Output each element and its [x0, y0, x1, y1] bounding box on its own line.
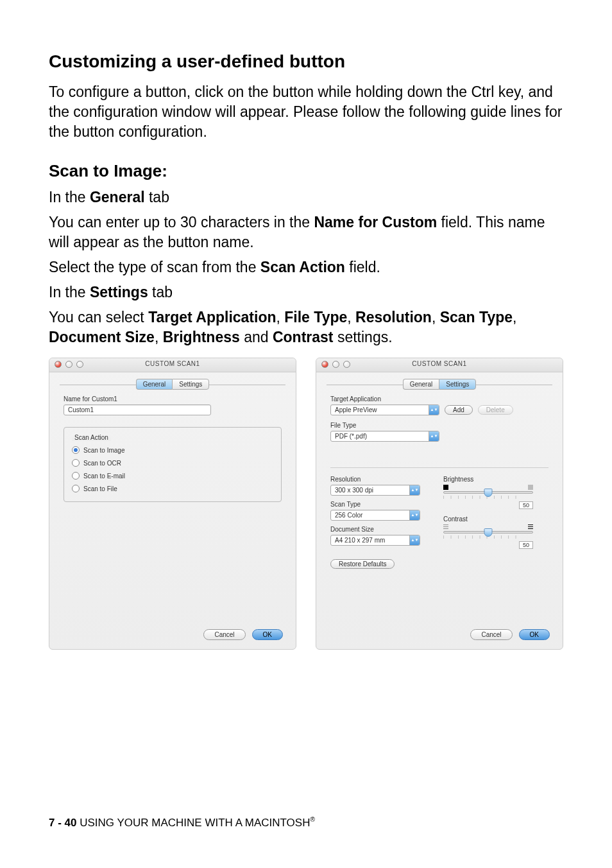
select-value: 300 x 300 dpi [331, 485, 409, 495]
tabs: GeneralSettings [49, 379, 296, 390]
slider-thumb[interactable] [484, 528, 493, 537]
tab-settings[interactable]: Settings [439, 379, 476, 390]
contrast-slider[interactable] [443, 531, 533, 534]
file-type-label: File Type [330, 422, 548, 429]
radio-icon [72, 459, 80, 467]
select-value: A4 210 x 297 mm [331, 535, 409, 545]
titlebar: CUSTOM SCAN1 [316, 358, 563, 372]
heading-scan-to-image: Scan to Image: [49, 161, 563, 181]
chevron-updown-icon: ▲▼ [409, 535, 420, 545]
chevron-updown-icon: ▲▼ [409, 485, 420, 495]
radio-icon [72, 485, 80, 492]
restore-defaults-button[interactable]: Restore Defaults [330, 559, 395, 569]
scan-type-label: Scan Type [330, 501, 436, 508]
line-select-options: You can select Target Application, File … [49, 308, 563, 347]
tab-general[interactable]: General [136, 379, 173, 390]
contrast-value[interactable]: 50 [519, 541, 533, 549]
radio-icon [72, 472, 80, 480]
brightness-label: Brightness [443, 476, 548, 483]
resolution-select[interactable]: 300 x 300 dpi ▲▼ [330, 485, 420, 496]
scan-action-title: Scan Action [72, 434, 111, 441]
target-app-label: Target Application [330, 395, 548, 403]
low-contrast-icon [443, 525, 448, 530]
radio-label: Scan to Image [83, 447, 124, 454]
chevron-updown-icon: ▲▼ [409, 510, 420, 520]
page-footer: 7 - 40 USING YOUR MACHINE WITH A MACINTO… [49, 816, 315, 829]
add-button[interactable]: Add [445, 405, 473, 415]
radio-label: Scan to File [83, 485, 117, 492]
select-value: 256 Color [331, 510, 409, 520]
radio-label: Scan to OCR [83, 460, 121, 467]
close-icon[interactable] [321, 361, 328, 368]
minimize-icon[interactable] [65, 361, 72, 368]
dark-icon [443, 485, 448, 490]
document-size-select[interactable]: A4 210 x 297 mm ▲▼ [330, 535, 420, 546]
ok-button[interactable]: OK [252, 629, 283, 640]
close-icon[interactable] [55, 361, 62, 368]
window-general: CUSTOM SCAN1 GeneralSettings Name for Cu… [49, 358, 296, 650]
contrast-label: Contrast [443, 516, 548, 523]
select-value: PDF (*.pdf) [331, 431, 429, 441]
radio-scan-to-image[interactable]: Scan to Image [72, 446, 273, 454]
resolution-label: Resolution [330, 476, 436, 483]
footer-text: USING YOUR MACHINE WITH A MACINTOSH [80, 817, 310, 829]
tab-settings[interactable]: Settings [172, 379, 209, 390]
para-intro: To configure a button, click on the butt… [49, 82, 563, 142]
registered-mark: ® [310, 816, 314, 823]
window-settings: CUSTOM SCAN1 GeneralSettings Target Appl… [316, 358, 563, 650]
radio-icon [72, 446, 80, 454]
scan-type-select[interactable]: 256 Color ▲▼ [330, 510, 420, 521]
line-general-tab: In the General tab [49, 187, 563, 207]
select-value: Apple PreView [331, 405, 429, 415]
brightness-value[interactable]: 50 [519, 501, 533, 509]
traffic-lights [55, 361, 83, 368]
brightness-slider[interactable] [443, 491, 533, 494]
line-name-for-custom: You can enter up to 30 characters in the… [49, 213, 563, 252]
file-type-select[interactable]: PDF (*.pdf) ▲▼ [330, 431, 439, 442]
page-number: 7 - 40 [49, 817, 76, 829]
cancel-button[interactable]: Cancel [470, 629, 512, 640]
radio-scan-to-file[interactable]: Scan to File [72, 485, 273, 492]
heading-customizing: Customizing a user-defined button [49, 51, 563, 72]
document-size-label: Document Size [330, 526, 436, 533]
traffic-lights [321, 361, 350, 368]
tabs: GeneralSettings [316, 379, 563, 390]
radio-scan-to-ocr[interactable]: Scan to OCR [72, 459, 273, 467]
chevron-updown-icon: ▲▼ [429, 405, 439, 415]
tab-general[interactable]: General [403, 379, 439, 390]
chevron-updown-icon: ▲▼ [429, 431, 439, 441]
zoom-icon[interactable] [343, 361, 350, 368]
delete-button[interactable]: Delete [478, 405, 513, 415]
cancel-button[interactable]: Cancel [203, 629, 245, 640]
radio-label: Scan to E-mail [83, 473, 125, 480]
slider-thumb[interactable] [484, 489, 493, 497]
light-icon [528, 485, 533, 490]
titlebar: CUSTOM SCAN1 [49, 358, 296, 372]
radio-scan-to-email[interactable]: Scan to E-mail [72, 472, 273, 480]
name-input[interactable]: Custom1 [64, 404, 211, 415]
minimize-icon[interactable] [332, 361, 339, 368]
line-settings-tab: In the Settings tab [49, 282, 563, 302]
scan-action-group: Scan Action Scan to Image Scan to OCR Sc… [64, 427, 282, 502]
window-title: CUSTOM SCAN1 [145, 360, 200, 367]
high-contrast-icon [528, 525, 533, 530]
target-app-select[interactable]: Apple PreView ▲▼ [330, 404, 439, 415]
zoom-icon[interactable] [76, 361, 83, 368]
line-scan-action: Select the type of scan from the Scan Ac… [49, 257, 563, 277]
name-label: Name for Custom1 [64, 395, 282, 403]
ok-button[interactable]: OK [519, 629, 550, 640]
screenshots-row: CUSTOM SCAN1 GeneralSettings Name for Cu… [49, 358, 563, 650]
window-title: CUSTOM SCAN1 [412, 360, 466, 367]
